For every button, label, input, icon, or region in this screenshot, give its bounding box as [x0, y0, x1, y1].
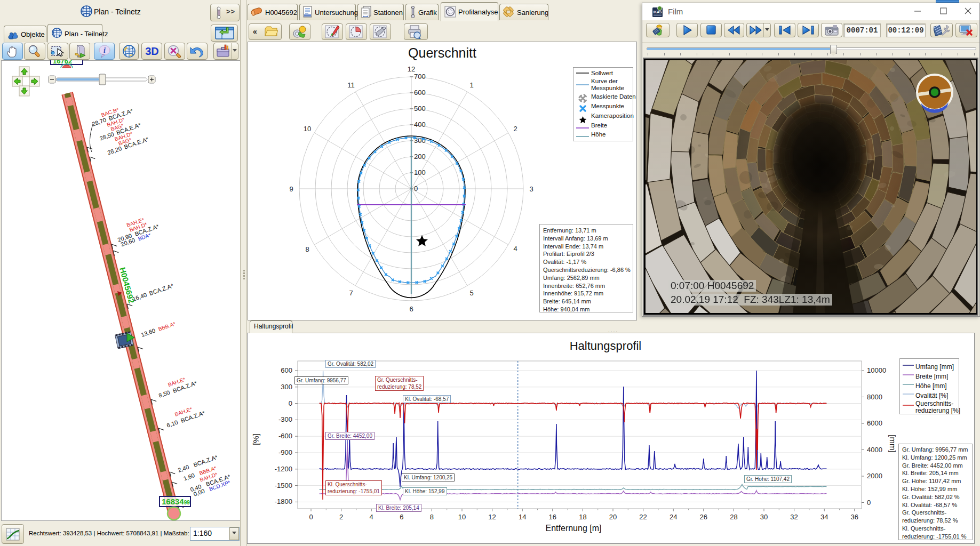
svg-text:22: 22	[639, 513, 647, 521]
svg-text:24: 24	[670, 513, 677, 521]
svg-text:Querschnitt: Querschnitt	[408, 45, 476, 60]
svg-text:5: 5	[469, 289, 473, 297]
svg-text:i: i	[103, 46, 106, 54]
svg-text:100: 100	[414, 168, 426, 176]
svg-text:Entfernung [m]: Entfernung [m]	[546, 524, 602, 533]
svg-text:28,20: 28,20	[107, 145, 123, 156]
svg-text:IKAS: IKAS	[654, 10, 662, 14]
svg-text:600: 600	[281, 366, 292, 374]
svg-text:200: 200	[414, 152, 426, 160]
svg-text:34: 34	[820, 513, 828, 521]
svg-text:6: 6	[400, 513, 403, 521]
svg-text:30: 30	[760, 513, 768, 521]
svg-text:3: 3	[529, 185, 533, 193]
svg-text:400: 400	[414, 121, 426, 129]
svg-text:18: 18	[579, 513, 586, 521]
svg-text:8: 8	[430, 513, 434, 521]
svg-text:8: 8	[305, 245, 309, 253]
svg-text:3D: 3D	[145, 45, 159, 57]
svg-text:-1200: -1200	[275, 465, 292, 473]
svg-text:36: 36	[851, 513, 858, 521]
svg-text:2,40: 2,40	[177, 464, 190, 473]
svg-text:1: 1	[469, 81, 473, 89]
svg-text:-1500: -1500	[275, 481, 292, 489]
svg-text:14: 14	[519, 513, 526, 521]
svg-text:28,50: 28,50	[99, 131, 115, 141]
svg-text:6: 6	[409, 305, 413, 313]
svg-text:-300: -300	[278, 415, 292, 423]
svg-text:0: 0	[289, 399, 292, 407]
svg-text:12: 12	[488, 513, 496, 521]
svg-text:2000: 2000	[867, 472, 882, 480]
svg-text:4: 4	[513, 245, 517, 253]
svg-text:26: 26	[700, 513, 707, 521]
svg-text:7: 7	[349, 289, 353, 297]
svg-text:700: 700	[414, 73, 426, 81]
svg-text:8,50: 8,50	[158, 389, 171, 399]
svg-text:1,60: 1,60	[182, 472, 195, 481]
svg-text:16: 16	[549, 513, 556, 521]
svg-text:-900: -900	[278, 448, 292, 456]
svg-text:6000: 6000	[867, 419, 882, 427]
svg-text:Haltungsprofil: Haltungsprofil	[570, 339, 642, 352]
svg-text:0: 0	[309, 513, 313, 521]
svg-text:0: 0	[867, 499, 871, 507]
svg-text:9: 9	[289, 185, 293, 193]
svg-text:6,10: 6,10	[166, 419, 179, 429]
svg-text:[mm]: [mm]	[888, 435, 897, 452]
svg-text:28: 28	[730, 513, 737, 521]
svg-text:4: 4	[370, 513, 373, 521]
svg-text:2: 2	[339, 513, 343, 521]
svg-text:13,60: 13,60	[140, 327, 156, 338]
svg-text:[%]: [%]	[251, 433, 260, 445]
svg-text:8000: 8000	[867, 393, 882, 401]
svg-text:10: 10	[458, 513, 466, 521]
svg-text:2: 2	[513, 125, 517, 133]
svg-text:4000: 4000	[867, 446, 882, 454]
svg-text:-1800: -1800	[275, 497, 292, 505]
svg-text:12: 12	[408, 65, 415, 73]
svg-text:500: 500	[414, 105, 426, 113]
svg-text:20: 20	[609, 513, 617, 521]
svg-text:BBB.A*: BBB.A*	[157, 321, 176, 332]
svg-text:11: 11	[347, 81, 355, 89]
svg-text:600: 600	[414, 89, 426, 97]
svg-text:0: 0	[414, 184, 418, 192]
svg-text:BCA.Z.A*: BCA.Z.A*	[148, 282, 174, 296]
svg-text:300: 300	[281, 383, 292, 391]
svg-text:-600: -600	[278, 432, 292, 440]
svg-text:10: 10	[304, 125, 311, 133]
svg-text:10000: 10000	[867, 366, 886, 374]
svg-text:32: 32	[790, 513, 798, 521]
svg-text:28,70: 28,70	[91, 117, 107, 127]
